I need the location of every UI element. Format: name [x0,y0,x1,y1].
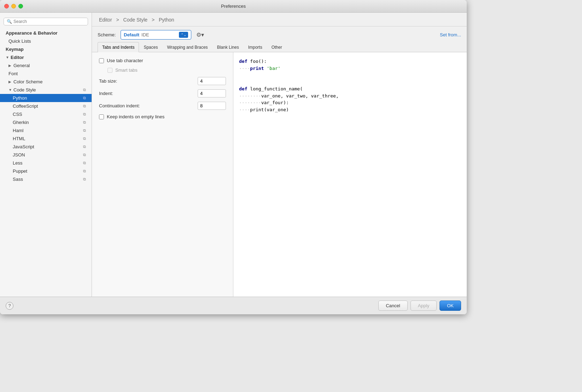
traffic-lights [4,4,23,8]
tab-other[interactable]: Other [267,42,287,52]
sidebar-item-python[interactable]: Python ⧉ [0,94,92,102]
sidebar-item-label: Gherkin [13,120,29,125]
sidebar-item-haml[interactable]: Haml ⧉ [0,126,92,135]
copy-icon: ⧉ [83,161,86,165]
keep-indents-checkbox[interactable] [99,114,104,119]
sidebar-item-font[interactable]: Font [0,70,92,78]
sidebar-item-quick-lists[interactable]: Quick Lists [0,37,92,45]
bottom-bar: ? Cancel Apply OK [0,297,467,314]
sidebar-item-label: Code Style [13,87,36,93]
search-input[interactable] [13,19,85,24]
scheme-label: Scheme: [98,32,117,37]
use-tab-character-row: Use tab character [99,58,226,63]
keep-indents-row: Keep indents on empty lines [99,114,226,119]
use-tab-character-checkbox[interactable] [99,58,104,63]
arrow-icon [6,55,11,59]
help-button[interactable]: ? [6,302,13,310]
tab-spaces[interactable]: Spaces [139,42,162,52]
code-preview: def foo(): ····print 'bar' def long_func… [233,52,467,297]
code-line-4 [239,79,461,86]
sidebar-item-sass[interactable]: Sass ⧉ [0,175,92,183]
sidebar-item-css[interactable]: CSS ⧉ [0,110,92,118]
sidebar-item-label: CoffeeScript [13,103,38,109]
scheme-arrow-button[interactable]: ⌃⌄ [179,32,188,38]
arrow-icon [8,80,13,84]
settings-panel: Use tab character Smart tabs Tab size: I… [92,52,233,297]
copy-icon: ⧉ [83,153,86,157]
breadcrumb-part3: Python [159,17,174,23]
sidebar-item-label: JSON [13,152,25,158]
sidebar-item-label: Python [13,95,27,101]
sidebar-item-appearance[interactable]: Appearance & Behavior [0,29,92,37]
indent-row: Indent: [99,89,226,97]
indent-input[interactable] [198,89,226,97]
sidebar-item-label: JavaScript [13,144,34,149]
tab-size-label: Tab size: [99,78,195,84]
set-from-link[interactable]: Set from... [440,32,461,37]
scheme-dropdown[interactable]: Default IDE ⌃⌄ [121,30,191,40]
tab-size-row: Tab size: [99,77,226,85]
sidebar-item-json[interactable]: JSON ⧉ [0,151,92,159]
apply-button[interactable]: Apply [411,301,437,311]
sidebar-item-label: Quick Lists [8,38,31,44]
code-line-5: def long_function_name( [239,85,461,93]
window-title: Preferences [221,4,246,9]
sidebar-item-gherkin[interactable]: Gherkin ⧉ [0,118,92,126]
tab-wrapping-and-braces[interactable]: Wrapping and Braces [162,42,212,52]
sidebar-item-html[interactable]: HTML ⧉ [0,135,92,143]
sidebar-item-label: Color Scheme [13,79,42,84]
tab-imports[interactable]: Imports [244,42,267,52]
arrow-icon [8,88,13,92]
indent-label: Indent: [99,91,195,96]
tab-blank-lines[interactable]: Blank Lines [213,42,244,52]
tab-tabs-and-indents[interactable]: Tabs and Indents [98,42,139,52]
smart-tabs-checkbox[interactable] [107,68,112,73]
sidebar: 🔍 Appearance & Behavior Quick Lists Keym… [0,13,92,297]
content-area: Editor > Code Style > Python Scheme: Def… [92,13,467,297]
keep-indents-label: Keep indents on empty lines [107,114,164,119]
sidebar-item-puppet[interactable]: Puppet ⧉ [0,167,92,175]
search-icon: 🔍 [7,19,12,24]
sidebar-item-label: Sass [13,177,23,182]
breadcrumb-sep2: > [152,17,156,23]
smart-tabs-label: Smart tabs [115,67,138,73]
breadcrumb-part2: Code Style [123,17,147,23]
sidebar-item-less[interactable]: Less ⧉ [0,159,92,167]
copy-icon: ⧉ [83,144,86,149]
tab-size-input[interactable] [198,77,226,85]
gear-button[interactable]: ⚙▾ [195,31,205,39]
main-layout: 🔍 Appearance & Behavior Quick Lists Keym… [0,13,467,297]
sidebar-item-keymap[interactable]: Keymap [0,45,92,53]
cancel-button[interactable]: Cancel [378,301,407,311]
copy-icon: ⧉ [83,177,86,182]
sidebar-item-label: Keymap [6,47,24,52]
breadcrumb: Editor > Code Style > Python [92,13,467,26]
sidebar-item-editor[interactable]: Editor [0,53,92,61]
code-line-3 [239,72,461,79]
minimize-button[interactable] [11,4,16,8]
sidebar-item-label: Less [13,160,22,166]
continuation-indent-row: Continuation indent: [99,102,226,110]
sidebar-item-label: General [13,63,30,68]
ok-button[interactable]: OK [440,301,461,311]
sidebar-item-code-style[interactable]: Code Style ⧉ [0,86,92,94]
maximize-button[interactable] [18,4,23,8]
close-button[interactable] [4,4,9,8]
search-wrap[interactable]: 🔍 [4,18,88,25]
code-line-8: ····print(var_one) [239,106,461,113]
continuation-indent-input[interactable] [198,102,226,110]
sidebar-item-general[interactable]: General [0,61,92,70]
sidebar-item-label: Puppet [13,168,27,174]
sidebar-item-label: Appearance & Behavior [6,30,58,36]
search-bar: 🔍 [0,16,92,29]
sidebar-item-javascript[interactable]: JavaScript ⧉ [0,143,92,151]
breadcrumb-sep1: > [116,17,120,23]
sidebar-item-label: HTML [13,136,25,141]
sidebar-item-color-scheme[interactable]: Color Scheme [0,78,92,86]
copy-icon: ⧉ [83,112,86,117]
use-tab-character-label: Use tab character [107,58,143,63]
scheme-row: Scheme: Default IDE ⌃⌄ ⚙▾ Set from... [92,26,467,42]
sidebar-item-label: Haml [13,128,23,133]
sidebar-item-label: Editor [11,55,24,60]
sidebar-item-coffeescript[interactable]: CoffeeScript ⧉ [0,102,92,110]
